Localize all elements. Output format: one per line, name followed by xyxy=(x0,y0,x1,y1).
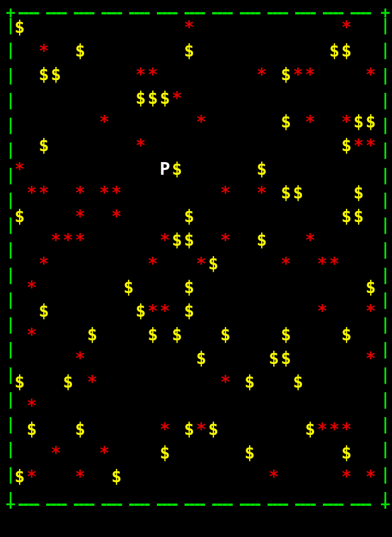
money-glyph: $ xyxy=(75,420,85,438)
trap-glyph: * xyxy=(341,420,352,438)
money-glyph: $ xyxy=(281,113,291,130)
trap-glyph: * xyxy=(160,231,170,249)
status-bar: Money:65 xyxy=(6,515,110,537)
trap-glyph: * xyxy=(75,468,85,485)
border-horiz: - xyxy=(142,496,152,512)
money-glyph: $ xyxy=(14,468,25,485)
border-vert: | xyxy=(380,167,390,183)
border-vert: | xyxy=(380,92,390,108)
border-horiz: - xyxy=(198,496,208,512)
trap-glyph: * xyxy=(329,255,340,272)
money-glyph: $ xyxy=(123,279,134,296)
money-glyph: $ xyxy=(87,326,97,343)
money-glyph: $ xyxy=(244,373,255,390)
game-map[interactable]: ++++------------------------------------… xyxy=(0,0,392,508)
money-glyph: $ xyxy=(148,89,158,107)
border-vert: | xyxy=(380,491,390,508)
money-glyph: $ xyxy=(184,42,194,59)
border-horiz: - xyxy=(170,5,180,21)
money-glyph: $ xyxy=(257,160,267,178)
trap-glyph: * xyxy=(257,66,267,83)
border-vert: | xyxy=(380,392,390,408)
border-vert: | xyxy=(380,242,390,258)
money-glyph: $ xyxy=(293,184,303,201)
money-glyph: $ xyxy=(329,42,340,59)
money-glyph: $ xyxy=(39,302,49,320)
border-vert: | xyxy=(380,17,390,33)
border-vert: | xyxy=(380,42,390,58)
money-glyph: $ xyxy=(39,137,49,154)
money-glyph: $ xyxy=(196,350,206,367)
money-glyph: $ xyxy=(75,42,85,59)
border-horiz: - xyxy=(170,496,180,512)
trap-glyph: * xyxy=(305,113,315,130)
money-glyph: $ xyxy=(341,42,352,59)
trap-glyph: * xyxy=(220,373,231,390)
money-glyph: $ xyxy=(148,326,158,343)
money-glyph: $ xyxy=(172,326,182,343)
trap-glyph: * xyxy=(99,444,110,461)
player-glyph: P xyxy=(160,160,170,178)
money-glyph: $ xyxy=(184,208,194,225)
trap-glyph: * xyxy=(365,350,376,367)
trap-glyph: * xyxy=(341,18,352,36)
trap-glyph: * xyxy=(317,420,327,438)
trap-glyph: * xyxy=(111,208,122,225)
border-vert: | xyxy=(380,117,390,133)
trap-glyph: * xyxy=(148,66,158,83)
money-glyph: $ xyxy=(172,231,182,249)
trap-glyph: * xyxy=(329,420,340,438)
trap-glyph: * xyxy=(27,397,37,414)
money-glyph: $ xyxy=(293,373,303,390)
trap-glyph: * xyxy=(75,350,85,367)
money-glyph: $ xyxy=(63,373,73,390)
border-horiz: - xyxy=(253,5,263,21)
border-vert: | xyxy=(6,117,16,133)
trap-glyph: * xyxy=(135,137,146,154)
border-vert: | xyxy=(6,392,16,408)
border-vert: | xyxy=(6,267,16,283)
trap-glyph: * xyxy=(305,66,315,83)
border-horiz: - xyxy=(32,5,42,21)
money-glyph: $ xyxy=(14,208,25,225)
border-horiz: - xyxy=(308,496,318,512)
money-glyph: $ xyxy=(51,66,61,83)
money-glyph: $ xyxy=(365,113,376,130)
trap-glyph: * xyxy=(172,89,182,107)
trap-glyph: * xyxy=(196,255,206,272)
trap-glyph: * xyxy=(365,302,376,320)
money-glyph: $ xyxy=(341,208,352,225)
money-glyph: $ xyxy=(39,66,49,83)
money-glyph: $ xyxy=(14,373,25,390)
trap-glyph: * xyxy=(148,302,158,320)
money-glyph: $ xyxy=(341,326,352,343)
trap-glyph: * xyxy=(305,231,315,249)
border-horiz: - xyxy=(59,496,69,512)
border-vert: | xyxy=(380,67,390,84)
trap-glyph: * xyxy=(39,42,49,59)
border-vert: | xyxy=(380,217,390,233)
trap-glyph: * xyxy=(220,184,231,201)
border-horiz: - xyxy=(115,496,125,512)
money-value: 65 xyxy=(89,535,110,537)
border-vert: | xyxy=(380,367,390,383)
border-horiz: - xyxy=(253,496,263,512)
border-horiz: - xyxy=(364,496,374,512)
money-glyph: $ xyxy=(220,326,231,343)
money-glyph: $ xyxy=(281,184,291,201)
trap-glyph: * xyxy=(99,113,110,130)
trap-glyph: * xyxy=(111,184,122,201)
money-glyph: $ xyxy=(184,420,194,438)
border-vert: | xyxy=(380,341,390,358)
money-glyph: $ xyxy=(341,444,352,461)
money-glyph: $ xyxy=(135,302,146,320)
border-vert: | xyxy=(380,267,390,283)
border-horiz: - xyxy=(142,5,152,21)
border-horiz: - xyxy=(87,496,97,512)
border-horiz: - xyxy=(87,5,97,21)
trap-glyph: * xyxy=(148,255,158,272)
trap-glyph: * xyxy=(317,302,327,320)
trap-glyph: * xyxy=(27,279,37,296)
border-vert: | xyxy=(380,317,390,333)
border-vert: | xyxy=(6,317,16,333)
